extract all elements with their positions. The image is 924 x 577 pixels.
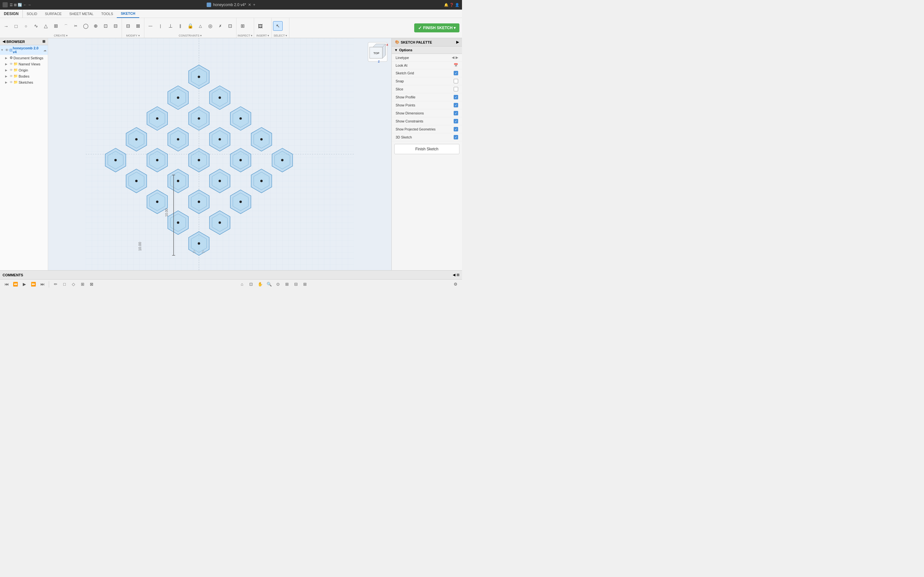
tab-sketch[interactable]: SKETCH — [117, 10, 139, 18]
modify-tool-2[interactable]: ⊠ — [133, 21, 143, 31]
linetype-prev-icon[interactable]: ◀ — [452, 55, 454, 60]
sheet-tool-btn[interactable]: ⊠ — [87, 280, 95, 288]
spline-tool[interactable]: ⌒ — [61, 21, 71, 31]
tab-tools[interactable]: TOOLS — [97, 10, 117, 18]
tab-surface[interactable]: SURFACE — [41, 10, 65, 18]
zoom-to-fit-btn[interactable]: ⊡ — [247, 280, 255, 288]
lookat-icon[interactable]: 📅 — [454, 63, 458, 67]
design-button[interactable]: DESIGN — [0, 10, 23, 18]
slice-checkbox[interactable] — [454, 87, 458, 91]
last-btn[interactable]: ⏭ — [39, 280, 46, 288]
svg-point-15 — [156, 117, 158, 119]
display-settings-btn[interactable]: ⊞ — [283, 280, 291, 288]
polygon-tool[interactable]: △ — [41, 21, 51, 31]
constraint-sym[interactable]: ⊡ — [225, 21, 235, 31]
palette-row-snap: Snap — [392, 77, 462, 85]
select-tool[interactable]: ↖ — [273, 21, 283, 31]
chevron-right-icon-2: ▶ — [5, 63, 9, 66]
comments-expand-icon[interactable]: ⊞ — [457, 273, 459, 277]
mesh-tool-btn[interactable]: ⊞ — [79, 280, 86, 288]
orbit-btn[interactable]: ⊙ — [274, 280, 282, 288]
sidebar-item-origin[interactable]: ▶ 👁 📁 Origin — [0, 67, 48, 73]
prev-btn[interactable]: ⏪ — [11, 280, 19, 288]
constraints-label: CONSTRAINTS ▾ — [144, 34, 236, 37]
sidebar-collapse-icon[interactable]: ◀ — [3, 39, 5, 44]
icon-row: 🔔 ❓ 👤 — [444, 3, 459, 7]
showconstraints-checkbox[interactable]: ✓ — [454, 119, 458, 123]
zoom-btn[interactable]: 🔍 — [265, 280, 273, 288]
3dsketch-checkbox[interactable]: ✓ — [454, 135, 458, 139]
model-tool-btn[interactable]: □ — [61, 280, 68, 288]
linetype-next-icon[interactable]: ▶ — [456, 55, 458, 60]
sketch-tool-btn[interactable]: ✏ — [52, 280, 59, 288]
constraint-horizontal[interactable]: — — [145, 21, 155, 31]
canvas-area[interactable]: △ △ 10.00 TOP Z X — [48, 38, 391, 270]
close-icon[interactable]: ✕ — [248, 3, 251, 7]
showpoints-checkbox[interactable]: ✓ — [454, 103, 458, 107]
surface-tool-btn[interactable]: ◇ — [69, 280, 78, 288]
insert-image[interactable]: 🖼 — [255, 21, 265, 31]
play-btn[interactable]: ▶ — [21, 280, 28, 288]
next-btn[interactable]: ⏩ — [29, 280, 37, 288]
ellipse-tool[interactable]: ◯ — [81, 21, 90, 31]
rect-tool[interactable]: □ — [11, 21, 21, 31]
move-tool[interactable]: ⊕ — [91, 21, 100, 31]
tab-sheetmetal[interactable]: SHEET METAL — [65, 10, 97, 18]
sketchgrid-checkbox[interactable]: ✓ — [454, 71, 458, 75]
constraint-circle[interactable]: ◎ — [205, 21, 215, 31]
constraint-lock[interactable]: 🔒 — [186, 21, 195, 31]
constraint-vertical[interactable]: | — [156, 21, 165, 31]
slot-tool[interactable]: ⊞ — [51, 21, 61, 31]
sidebar-item-root[interactable]: ▼ 👁 ⊡ honeycomb 2.0 v4 ☁ — [0, 45, 48, 55]
constraint-parallel[interactable]: ∥ — [176, 21, 185, 31]
more-create[interactable]: ⊟ — [111, 21, 120, 31]
viewport-btn[interactable]: ⊞ — [301, 280, 309, 288]
settings-spacer: ⚙ — [452, 280, 459, 288]
svg-point-54 — [177, 180, 179, 182]
projectedgeo-checkbox[interactable]: ✓ — [454, 127, 458, 131]
modify-tool-1[interactable]: ⊟ — [123, 21, 133, 31]
sidebar-item-namedviews[interactable]: ▶ 👁 📁 Named Views — [0, 61, 48, 67]
constraint-tangent[interactable]: ✗ — [215, 21, 225, 31]
palette-row-3dsketch: 3D Sketch ✓ — [392, 133, 462, 141]
pan-btn[interactable]: ✋ — [256, 280, 264, 288]
home-view-btn[interactable]: ⌂ — [238, 280, 246, 288]
snap-checkbox[interactable] — [454, 79, 458, 83]
view-cube[interactable]: TOP Z X — [367, 41, 389, 63]
file-icon — [207, 3, 211, 7]
showprofile-checkbox[interactable]: ✓ — [454, 95, 458, 99]
sidebar: ◀ BROWSER ⊞ ▼ 👁 ⊡ honeycomb 2.0 v4 ☁ ▶ ⚙… — [0, 38, 48, 270]
3dsketch-label: 3D Sketch — [396, 135, 412, 139]
palette-expand-icon[interactable]: ▶ — [456, 40, 459, 44]
comments-collapse-icon[interactable]: ◀ — [453, 273, 455, 277]
tab-solid[interactable]: SOLID — [23, 10, 41, 18]
trim-tool[interactable]: ✂ — [71, 21, 81, 31]
constraint-equal[interactable]: △ — [195, 21, 205, 31]
svg-point-21 — [239, 117, 242, 119]
new-tab-icon[interactable]: + — [253, 3, 255, 7]
grid-btn[interactable]: ⊟ — [292, 280, 300, 288]
bottom-toolbar: ⏮ ⏪ ▶ ⏩ ⏭ ✏ □ ◇ ⊞ ⊠ ⌂ ⊡ ✋ 🔍 ⊙ ⊞ ⊟ ⊞ ⚙ — [0, 279, 462, 288]
sidebar-expand-icon[interactable]: ⊞ — [42, 39, 45, 44]
arc-tool[interactable]: ∿ — [31, 21, 41, 31]
sidebar-item-label-origin: Origin — [19, 68, 28, 72]
prev-frame-btn[interactable]: ⏮ — [3, 280, 10, 288]
sidebar-item-sketches[interactable]: ▶ 👁 📁 Sketches — [0, 79, 48, 85]
constraint-perpendicular[interactable]: ⊥ — [166, 21, 175, 31]
svg-text:△: △ — [202, 249, 205, 253]
sidebar-item-bodies[interactable]: ▶ 👁 📁 Bodies — [0, 73, 48, 79]
finish-sketch-toolbar-button[interactable]: ✓ FINISH SKETCH ▾ — [414, 23, 459, 32]
svg-point-66 — [198, 201, 200, 203]
svg-point-51 — [135, 180, 137, 182]
options-label: Options — [399, 48, 413, 52]
circle-tool[interactable]: ○ — [21, 21, 31, 31]
inspect-tool[interactable]: ⊞ — [238, 21, 247, 31]
showdimensions-checkbox[interactable]: ✓ — [454, 111, 458, 115]
palette-options-header[interactable]: ▼ Options — [392, 47, 462, 54]
modify-tools: ⊟ ⊠ — [123, 19, 143, 33]
sidebar-item-docsettings[interactable]: ▶ ⚙ Document Settings — [0, 55, 48, 61]
line-tool[interactable]: → — [1, 21, 11, 31]
settings-btn[interactable]: ⚙ — [452, 280, 459, 288]
extend-tool[interactable]: ⊡ — [101, 21, 110, 31]
finish-sketch-palette-button[interactable]: Finish Sketch — [394, 144, 459, 154]
